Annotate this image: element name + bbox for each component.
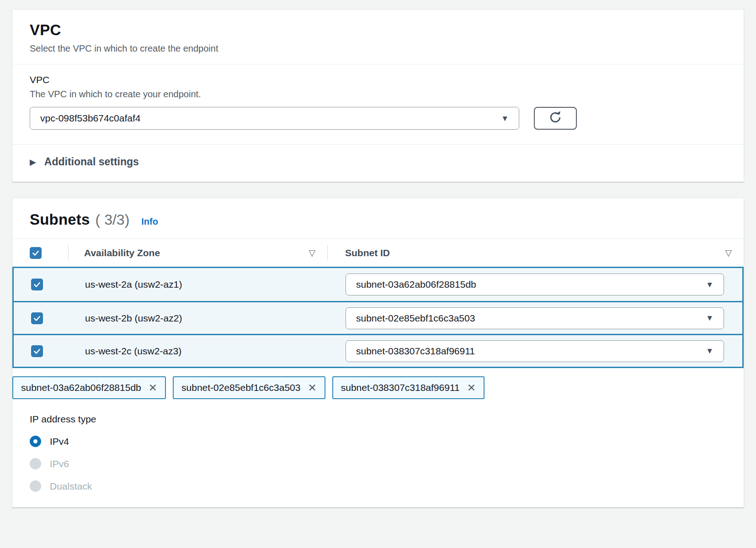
subnets-card-header: Subnets ( 3/3) Info <box>12 198 744 238</box>
row-checkbox[interactable] <box>31 345 43 357</box>
ip-address-type-group: IP address type IPv4 IPv6 Dualstack <box>12 399 744 492</box>
token-label: subnet-03a62ab06f28815db <box>21 382 141 393</box>
vpc-field-label: VPC <box>30 74 726 85</box>
token-dismiss-icon[interactable]: ✕ <box>308 383 316 393</box>
token-label: subnet-038307c318af96911 <box>341 382 460 393</box>
radio-label: IPv4 <box>50 436 69 447</box>
vpc-card-subtitle: Select the VPC in which to create the en… <box>30 43 726 54</box>
token-dismiss-icon[interactable]: ✕ <box>149 383 157 393</box>
table-row: us-west-2b (usw2-az2) subnet-02e85ebf1c6… <box>14 301 742 334</box>
subnet-token: subnet-038307c318af96911 ✕ <box>332 376 484 399</box>
row-checkbox[interactable] <box>31 312 43 324</box>
subnet-token: subnet-03a62ab06f28815db ✕ <box>12 376 166 399</box>
subnets-table-header: Availability Zone ▽ Subnet ID ▽ <box>12 238 744 267</box>
subnet-select-value: subnet-03a62ab06f28815db <box>356 279 476 290</box>
radio-ipv4[interactable]: IPv4 <box>30 436 726 447</box>
chevron-down-icon: ▼ <box>706 347 713 355</box>
chevron-down-icon: ▼ <box>501 115 509 122</box>
expander-arrow-icon: ▶ <box>30 158 36 166</box>
additional-settings-label: Additional settings <box>44 156 139 168</box>
subnet-select[interactable]: subnet-03a62ab06f28815db ▼ <box>346 274 724 295</box>
info-link[interactable]: Info <box>141 216 158 227</box>
subnet-select-value: subnet-02e85ebf1c6c3a503 <box>356 313 475 324</box>
chevron-down-icon: ▼ <box>706 281 713 289</box>
radio-label: Dualstack <box>50 481 92 492</box>
subnet-token: subnet-02e85ebf1c6c3a503 ✕ <box>173 376 325 399</box>
vpc-select[interactable]: vpc-098f53b674c0afaf4 ▼ <box>30 107 519 130</box>
subnets-card-title: Subnets <box>30 211 90 228</box>
row-checkbox[interactable] <box>31 279 43 290</box>
sort-icon[interactable]: ▽ <box>309 248 315 258</box>
spacer <box>12 492 744 507</box>
subnet-select[interactable]: subnet-02e85ebf1c6c3a503 ▼ <box>346 307 724 329</box>
vpc-card: VPC Select the VPC in which to create th… <box>12 9 744 182</box>
refresh-button[interactable] <box>534 107 577 130</box>
sort-icon[interactable]: ▽ <box>725 248 732 258</box>
token-dismiss-icon[interactable]: ✕ <box>467 383 476 393</box>
ip-address-type-label: IP address type <box>30 414 726 425</box>
vpc-field-group: VPC The VPC in which to create your endp… <box>12 64 744 144</box>
radio-selected-icon <box>30 436 41 447</box>
availability-zone-cell: us-west-2b (usw2-az2) <box>69 313 328 324</box>
availability-zone-cell: us-west-2a (usw2-az1) <box>69 279 328 290</box>
subnets-table-body: us-west-2a (usw2-az1) subnet-03a62ab06f2… <box>12 267 744 368</box>
radio-disabled-icon <box>30 458 41 469</box>
chevron-down-icon: ▼ <box>706 314 713 322</box>
vpc-select-value: vpc-098f53b674c0afaf4 <box>40 113 141 124</box>
additional-settings-expander[interactable]: ▶ Additional settings <box>12 145 744 182</box>
subnets-counter: ( 3/3) <box>96 211 130 228</box>
radio-disabled-icon <box>30 480 41 492</box>
availability-zone-cell: us-west-2c (usw2-az3) <box>69 346 328 357</box>
page: VPC Select the VPC in which to create th… <box>0 0 756 508</box>
token-label: subnet-02e85ebf1c6c3a503 <box>181 382 300 393</box>
radio-ipv6: IPv6 <box>30 458 726 469</box>
selected-subnet-tokens: subnet-03a62ab06f28815db ✕ subnet-02e85e… <box>12 376 744 399</box>
refresh-icon <box>548 110 563 126</box>
vpc-card-header: VPC Select the VPC in which to create th… <box>12 10 744 64</box>
vpc-card-title: VPC <box>30 21 726 39</box>
radio-label: IPv6 <box>50 458 69 469</box>
subnet-select-value: subnet-038307c318af96911 <box>356 346 475 357</box>
subnets-card: Subnets ( 3/3) Info Availability Zone ▽ … <box>12 198 744 508</box>
column-header-subnet-id: Subnet ID <box>345 248 390 258</box>
table-row: us-west-2c (usw2-az3) subnet-038307c318a… <box>14 334 742 367</box>
column-header-availability-zone: Availability Zone <box>84 248 160 258</box>
vpc-field-description: The VPC in which to create your endpoint… <box>30 89 726 100</box>
radio-dualstack: Dualstack <box>30 480 726 492</box>
table-row: us-west-2a (usw2-az1) subnet-03a62ab06f2… <box>14 268 742 301</box>
select-all-checkbox[interactable] <box>30 247 42 259</box>
subnet-select[interactable]: subnet-038307c318af96911 ▼ <box>346 340 724 362</box>
